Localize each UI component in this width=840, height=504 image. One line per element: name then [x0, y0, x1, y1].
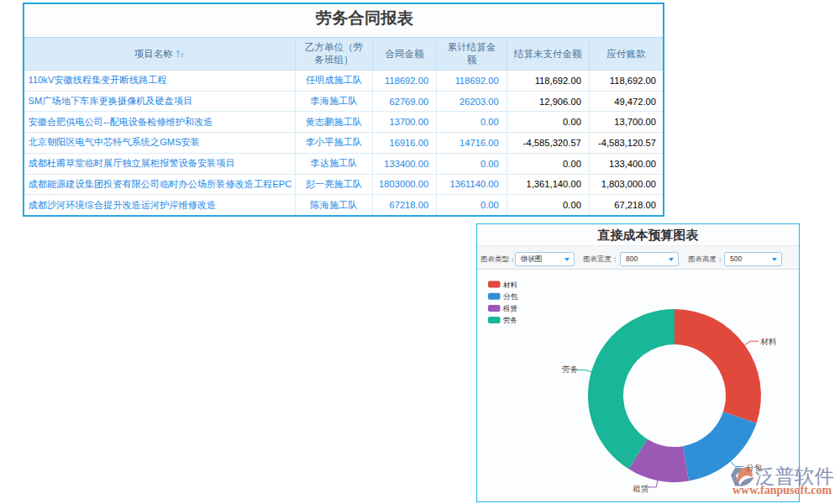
svg-text:材料: 材料 [760, 337, 778, 346]
svg-text:租赁: 租赁 [502, 304, 518, 312]
svg-text:劳务: 劳务 [503, 316, 517, 324]
svg-text:劳务: 劳务 [562, 365, 579, 374]
svg-text:分包: 分包 [746, 463, 764, 472]
svg-text:材料: 材料 [502, 281, 518, 289]
svg-text:租赁: 租赁 [633, 484, 649, 493]
svg-text:分包: 分包 [503, 292, 518, 301]
